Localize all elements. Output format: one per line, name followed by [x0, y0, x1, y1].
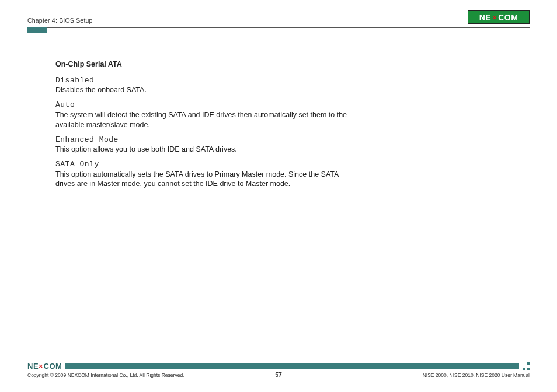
brand-logo-top: NECOM: [468, 10, 530, 24]
footer-squares-icon: [521, 362, 530, 370]
chapter-label: Chapter 4: BIOS Setup: [27, 17, 93, 24]
option-name: Auto: [55, 100, 359, 110]
brand-logo-bottom: NECOM: [27, 362, 62, 370]
main-content: On-Chip Serial ATA Disabled Disables the…: [55, 60, 359, 189]
brand-left: NE: [27, 362, 39, 370]
page-number: 57: [275, 371, 282, 378]
brand-x-icon: [39, 362, 44, 370]
option-desc: This option allows you to use both IDE a…: [55, 145, 359, 155]
option-name: Disabled: [55, 75, 359, 86]
option-block: Auto The system will detect the existing…: [55, 100, 359, 130]
doc-reference: NISE 2000, NISE 2010, NISE 2020 User Man…: [423, 372, 530, 378]
option-desc: Disables the onboard SATA.: [55, 85, 359, 95]
option-name: Enhanced Mode: [55, 135, 359, 145]
header-rule: [27, 27, 530, 28]
brand-right: COM: [498, 13, 518, 22]
copyright: Copyright © 2009 NEXCOM International Co…: [27, 372, 184, 378]
option-name: SATA Only: [55, 159, 359, 170]
brand-x-icon: [491, 13, 498, 22]
section-title: On-Chip Serial ATA: [55, 60, 359, 69]
option-desc: The system will detect the existing SATA…: [55, 110, 359, 130]
brand-right: COM: [44, 362, 62, 370]
footer-bar: [65, 363, 519, 369]
header-accent-tab: [27, 27, 47, 33]
option-block: Enhanced Mode This option allows you to …: [55, 135, 359, 155]
brand-left: NE: [479, 13, 491, 22]
option-block: SATA Only This option automatically sets…: [55, 159, 359, 189]
option-desc: This option automatically sets the SATA …: [55, 170, 359, 190]
option-block: Disabled Disables the onboard SATA.: [55, 75, 359, 95]
